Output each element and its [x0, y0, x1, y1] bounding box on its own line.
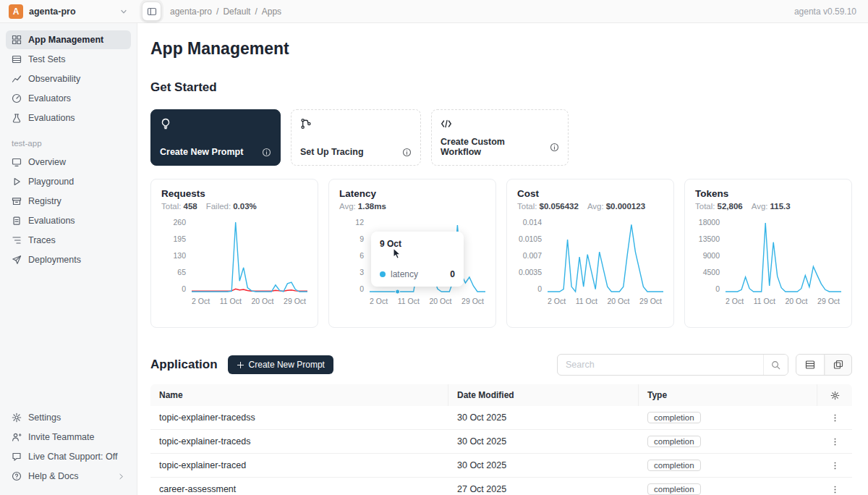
apps-table: Name Date Modified Type topic-explainer-… [150, 384, 852, 495]
column-settings-cell[interactable] [817, 384, 852, 406]
row-actions-button[interactable] [817, 482, 852, 495]
mouse-cursor-icon [391, 248, 402, 260]
sidebar-item-label: Traces [28, 235, 56, 245]
breadcrumb-workspace[interactable]: agenta-pro [170, 7, 212, 17]
breadcrumb: agenta-pro / Default / Apps [170, 7, 281, 17]
breadcrumb-page[interactable]: Apps [262, 7, 281, 17]
type-badge: completion [647, 460, 701, 471]
sidebar-item-label: Overview [28, 157, 66, 167]
cost-chart[interactable] [548, 218, 663, 293]
sidebar-item-label: Settings [28, 412, 61, 423]
sidebar-item-playground[interactable]: Playground [6, 172, 131, 191]
tokens-chart[interactable] [726, 218, 841, 293]
x-axis: 2 Oct11 Oct20 Oct29 Oct [370, 293, 485, 305]
info-icon[interactable] [402, 148, 412, 157]
metric-stats: Total:458 Failed:0.03% [161, 202, 307, 211]
main-content: App Management Get Started Create New Pr… [137, 23, 868, 495]
info-icon[interactable] [262, 148, 271, 157]
y-axis: 260195130650 [161, 218, 192, 293]
sidebar-item-invite-teammate[interactable]: Invite Teammate [6, 428, 131, 447]
create-custom-workflow-card[interactable]: Create Custom Workflow [431, 109, 569, 166]
tooltip-series-label: latency [391, 269, 418, 279]
card-view-button[interactable] [824, 355, 851, 375]
clipboard-icon [12, 216, 22, 226]
app-version: agenta v0.59.10 [794, 7, 868, 17]
metric-stats: Avg:1.38ms [339, 202, 485, 211]
get-started-cards: Create New Prompt Set Up Tracing Cre [150, 109, 852, 166]
topbar: A agenta-pro agenta-pro / Default / Apps… [0, 0, 868, 23]
sidebar-item-label: Live Chat Support: Off [28, 452, 117, 462]
sidebar-item-observability[interactable]: Observability [6, 69, 131, 88]
sidebar-item-settings[interactable]: Settings [6, 408, 131, 427]
sidebar-item-live-chat[interactable]: Live Chat Support: Off [6, 447, 131, 466]
create-new-prompt-button[interactable]: Create New Prompt [228, 355, 333, 374]
sidebar-item-deployments[interactable]: Deployments [6, 250, 131, 269]
app-date: 30 Oct 2025 [448, 460, 639, 470]
sidebar-item-test-sets[interactable]: Test Sets [6, 50, 131, 69]
y-axis: 1800013500900045000 [695, 218, 726, 293]
info-icon[interactable] [550, 143, 559, 152]
workspace-selector[interactable]: A agenta-pro [0, 4, 137, 19]
y-axis: 0.0140.01050.0070.00350 [517, 218, 548, 293]
column-header-type[interactable]: Type [639, 384, 817, 406]
card-label: Create New Prompt [160, 147, 243, 157]
sidebar: App Management Test Sets Observability E… [0, 23, 137, 495]
row-actions-button[interactable] [817, 458, 852, 473]
app-name: topic-explainer-tracedss [150, 412, 448, 423]
metrics-row: Requests Total:458 Failed:0.03% 26019513… [150, 179, 852, 328]
sidebar-item-label: Playground [28, 177, 74, 187]
beaker-icon [12, 113, 22, 123]
requests-chart[interactable] [192, 218, 307, 293]
sidebar-item-help-docs[interactable]: Help & Docs [6, 467, 131, 486]
metric-card-cost: Cost Total:$0.056432 Avg:$0.000123 0.014… [506, 179, 674, 328]
search-input[interactable] [558, 355, 763, 375]
chevron-right-icon [117, 473, 125, 481]
x-axis: 2 Oct11 Oct20 Oct29 Oct [726, 293, 841, 305]
row-actions-button[interactable] [817, 410, 852, 426]
workspace-avatar: A [9, 4, 23, 19]
create-new-prompt-card[interactable]: Create New Prompt [150, 109, 281, 166]
metric-title: Latency [339, 188, 485, 199]
paper-plane-icon [12, 255, 22, 265]
type-badge: completion [647, 412, 701, 423]
search-button[interactable] [763, 355, 788, 375]
card-label: Create Custom Workflow [441, 137, 545, 157]
set-up-tracing-card[interactable]: Set Up Tracing [291, 109, 421, 166]
sidebar-item-app-management[interactable]: App Management [6, 30, 131, 49]
gear-icon [830, 391, 840, 400]
grid-icon [12, 35, 22, 45]
metric-stats: Total:$0.056432 Avg:$0.000123 [517, 202, 663, 211]
sidebar-item-label: Observability [28, 74, 80, 84]
metric-title: Tokens [695, 188, 841, 199]
application-title: Application [150, 358, 218, 372]
sidebar-item-evaluations[interactable]: Evaluations [6, 109, 131, 127]
table-row[interactable]: topic-explainer-tracedss 30 Oct 2025 com… [150, 406, 852, 430]
sidebar-item-evaluators[interactable]: Evaluators [6, 89, 131, 108]
gauge-icon [12, 93, 22, 103]
sidebar-item-registry[interactable]: Registry [6, 192, 131, 211]
table-row[interactable]: career-assessment 27 Oct 2025 completion [150, 478, 852, 495]
x-axis: 2 Oct11 Oct20 Oct29 Oct [548, 293, 663, 305]
search-box [557, 354, 788, 376]
app-name: topic-explainer-traced [150, 460, 448, 470]
metric-card-requests: Requests Total:458 Failed:0.03% 26019513… [150, 179, 318, 328]
column-header-name[interactable]: Name [150, 384, 448, 406]
sidebar-toggle-button[interactable] [142, 1, 161, 21]
gear-icon [12, 412, 22, 423]
sidebar-item-traces[interactable]: Traces [6, 231, 131, 250]
column-header-date-modified[interactable]: Date Modified [448, 384, 639, 406]
table-view-button[interactable] [796, 355, 824, 375]
app-date: 27 Oct 2025 [448, 484, 639, 494]
app-date: 30 Oct 2025 [448, 436, 639, 447]
sidebar-item-overview[interactable]: Overview [6, 153, 131, 172]
type-badge: completion [647, 483, 701, 495]
metric-title: Cost [517, 188, 663, 199]
breadcrumb-project[interactable]: Default [223, 7, 250, 17]
row-actions-button[interactable] [817, 434, 852, 449]
application-header: Application Create New Prompt [150, 354, 852, 376]
x-axis: 2 Oct11 Oct20 Oct29 Oct [192, 293, 307, 305]
sidebar-item-app-evaluations[interactable]: Evaluations [6, 211, 131, 230]
table-row[interactable]: topic-explainer-traced 30 Oct 2025 compl… [150, 454, 852, 478]
table-row[interactable]: topic-explainer-traceds 30 Oct 2025 comp… [150, 430, 852, 454]
sidebar-item-label: Test Sets [28, 54, 65, 64]
